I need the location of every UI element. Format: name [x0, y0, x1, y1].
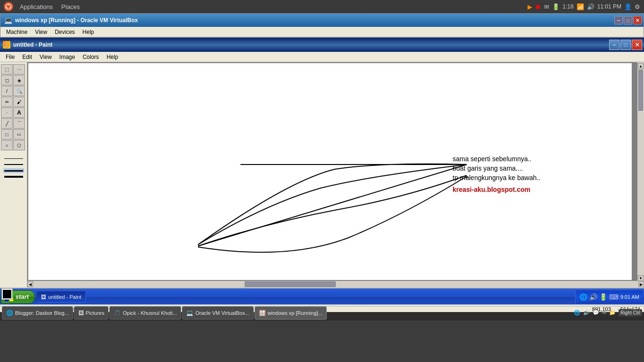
line-width-4[interactable] [3, 174, 24, 179]
vbox-close-button[interactable]: ✕ [633, 16, 642, 25]
eraser-tool[interactable]: ◻ [1, 75, 13, 85]
vscroll-down-button[interactable]: ▼ [638, 275, 644, 281]
paint-menu-view[interactable]: View [36, 53, 56, 61]
vbox-menu-devices[interactable]: Devices [51, 28, 79, 36]
line-tool[interactable]: ╱ [1, 118, 13, 129]
folder-taskbar-icon[interactable]: 📁 [609, 310, 616, 316]
taskbar-paint-icon: 🖼 [41, 294, 46, 300]
paint-canvas[interactable]: ↖ sama seperti sebelumnya.. buat garis y… [28, 63, 632, 280]
sound-taskbar-icon[interactable]: 🔊 [583, 310, 590, 316]
mail-taskbar-icon[interactable]: ✉ [602, 310, 606, 316]
paint-menu-colors[interactable]: Colors [79, 53, 103, 61]
vbox-menu-help[interactable]: Help [79, 28, 98, 36]
airbrush-tool[interactable]: · [1, 107, 13, 118]
browser-tab-blogger[interactable]: 🌐 Blogger: Dasbor Blog... [2, 306, 73, 320]
blogger-tab-label: Blogger: Dasbor Blog... [15, 310, 69, 316]
select-free-tool[interactable]: ⋯ [13, 64, 25, 74]
eyedrop-tool[interactable]: / [1, 86, 13, 96]
blogger-icon: 🌐 [6, 310, 13, 316]
line-width-3[interactable] [3, 168, 24, 173]
svg-point-2 [9, 7, 11, 8]
eraser-fill-row: ◻ ◈ [1, 75, 26, 85]
network-taskbar-icon[interactable]: 🌐 [574, 310, 580, 316]
rightctrl-indicator: Right Ctrl [619, 309, 642, 316]
ubuntu-topbar-right: ▶ ⏺ ✉ 🔋 1:18 📶 🔊 11:01 PM 👤 ⚙ [528, 3, 640, 10]
settings-icon[interactable]: ⚙ [635, 3, 640, 10]
paint-canvas-wrapper[interactable]: ↖ sama seperti sebelumnya.. buat garis y… [27, 62, 637, 281]
magnify-tool[interactable]: 🔍 [13, 86, 25, 96]
line-width-1[interactable] [3, 156, 24, 161]
vlc-icon[interactable]: ▶ [528, 3, 532, 10]
taskbar-paint-label: untitled - Paint [48, 294, 81, 300]
vbox-taskbar-icon: 💻 [186, 310, 193, 316]
hscroll-left-button[interactable]: ◀ [27, 281, 33, 287]
rect-tool[interactable]: □ [1, 129, 13, 140]
start-label: start [16, 293, 29, 300]
canvas-annotation-3: tp melengkungnya ke bawah.. [453, 174, 540, 181]
places-menu[interactable]: Places [58, 2, 83, 11]
vscroll-thumb[interactable] [638, 70, 643, 111]
select-rect-tool[interactable]: ⬚ [1, 64, 13, 74]
browser-tab-pictures[interactable]: 🖼 Pictures [74, 306, 109, 320]
user-icon[interactable]: 👤 [624, 3, 632, 10]
paint-titlebar-left: 🎨 untitled - Paint [3, 41, 52, 49]
paint-maximize-button[interactable]: □ [620, 40, 631, 50]
curve-tool[interactable]: ⌒ [13, 118, 25, 129]
foreground-color-box[interactable] [2, 289, 12, 299]
battery-taskbar-icon[interactable]: 🔋 [599, 293, 607, 301]
pictures-tab-label: Pictures [86, 310, 105, 316]
battery-icon: 🔋 [552, 3, 560, 10]
browser-tab-vbox[interactable]: 💻 Oracle VM VirtualBox... [182, 306, 253, 320]
vbox-title-buttons: – □ ✕ [614, 16, 642, 25]
taskbar-clock: 9:01 AM [620, 294, 639, 300]
vbox-minimize-button[interactable]: – [614, 16, 623, 25]
clock: 11:01 PM [597, 3, 621, 10]
paint-menu-file[interactable]: File [2, 53, 18, 61]
language-icon[interactable]: ⌨ [609, 293, 619, 301]
vbox-menu-machine[interactable]: Machine [2, 28, 31, 36]
taskbar-paint-item[interactable]: 🖼 untitled - Paint [37, 291, 85, 303]
polygon-tool[interactable]: ⬡ [13, 140, 25, 150]
hscroll-right-button[interactable]: ▶ [638, 281, 644, 287]
text-tool[interactable]: A [13, 107, 25, 118]
vscroll-up-button[interactable]: ▲ [638, 63, 644, 69]
wifi-icon[interactable]: 📶 [577, 3, 584, 10]
vbox-maximize-button[interactable]: □ [624, 16, 632, 25]
opick-tab-label: Opick - Khusnul Khoti... [123, 310, 177, 316]
network-icon[interactable]: 🌐 [579, 293, 587, 301]
browser-tab-opick[interactable]: 🎵 Opick - Khusnul Khoti... [109, 306, 181, 320]
chat-taskbar-icon[interactable]: 💬 [593, 310, 599, 316]
rounded-rect-tool[interactable]: ▭ [13, 129, 25, 140]
speaker-icon[interactable]: 🔊 [589, 293, 597, 301]
vbox-titlebar: 💻 windows xp [Running] - Oracle VM Virtu… [0, 14, 644, 27]
paint-menu-edit[interactable]: Edit [18, 53, 36, 61]
stop-icon[interactable]: ⏺ [535, 3, 541, 10]
paint-menu-help[interactable]: Help [103, 53, 122, 61]
paint-close-button[interactable]: ✕ [632, 40, 642, 50]
canvas-drawing: ↖ [28, 63, 632, 280]
vertical-scrollbar[interactable]: ▲ ▼ [637, 62, 644, 281]
select-tools-row: ⬚ ⋯ [1, 64, 26, 74]
paint-menu-image[interactable]: Image [56, 53, 79, 61]
vbox-window: 💻 windows xp [Running] - Oracle VM Virtu… [0, 13, 644, 38]
hscroll-track[interactable] [33, 281, 638, 287]
paint-minimize-button[interactable]: – [609, 40, 619, 50]
horizontal-scrollbar[interactable]: ◀ ▶ [27, 281, 644, 288]
vscroll-track[interactable] [638, 70, 644, 274]
applications-menu[interactable]: Applications [16, 2, 57, 11]
brush-tool[interactable]: 🖌 [13, 97, 25, 107]
music-icon: 🎵 [114, 310, 121, 316]
ubuntu-logo-icon[interactable] [4, 2, 13, 11]
hscroll-thumb[interactable] [245, 281, 336, 287]
svg-point-3 [6, 7, 8, 8]
pictures-icon: 🖼 [78, 310, 84, 316]
line-width-2[interactable] [3, 162, 24, 167]
paint-content: ⬚ ⋯ ◻ ◈ / 🔍 ✏ 🖌 [0, 62, 644, 288]
pencil-tool[interactable]: ✏ [1, 97, 13, 107]
vbox-menu-view[interactable]: View [31, 28, 51, 36]
mail-icon[interactable]: ✉ [544, 3, 549, 10]
browser-tab-winxp[interactable]: 🪟 windows xp [Running]... [255, 306, 327, 320]
fill-tool[interactable]: ◈ [13, 75, 25, 85]
ellipse-tool[interactable]: ○ [1, 140, 13, 150]
volume-icon[interactable]: 🔊 [587, 3, 594, 10]
